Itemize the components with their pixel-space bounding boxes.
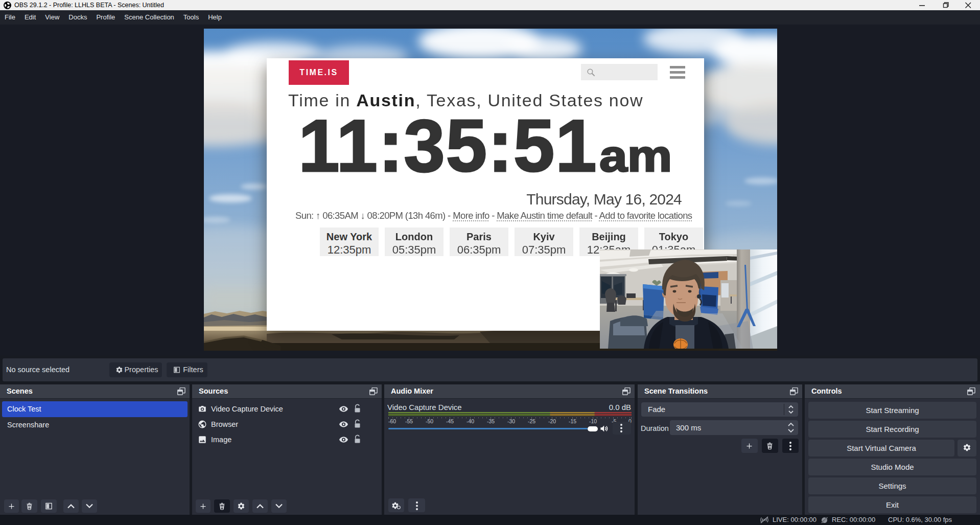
svg-text:-15: -15 (569, 418, 576, 423)
svg-text:-45: -45 (446, 418, 454, 423)
svg-text:-20: -20 (548, 418, 556, 423)
svg-text:-35: -35 (487, 418, 495, 423)
svg-text:-60: -60 (388, 418, 396, 423)
svg-text:-10: -10 (589, 418, 597, 423)
svg-text:-50: -50 (426, 418, 433, 423)
svg-text:-55: -55 (405, 418, 413, 423)
svg-text:-25: -25 (528, 418, 535, 423)
svg-text:-40: -40 (466, 418, 474, 423)
svg-text:-30: -30 (507, 418, 515, 423)
